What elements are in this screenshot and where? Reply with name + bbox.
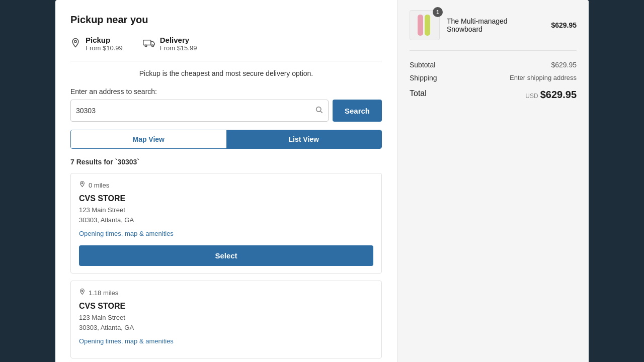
page-title: Pickup near you (70, 14, 382, 26)
location-icon-1 (79, 180, 86, 190)
subtotal-label: Subtotal (410, 61, 435, 69)
delivery-option-price: From $15.99 (160, 44, 197, 52)
delivery-option[interactable]: Delivery From $15.99 (143, 36, 197, 52)
pickup-option-name: Pickup (86, 36, 123, 44)
svg-rect-1 (143, 40, 150, 45)
shipping-row: Shipping Enter shipping address (410, 74, 577, 82)
svg-point-2 (145, 45, 147, 47)
address-label: Enter an address to search: (70, 87, 382, 96)
search-magnifier-icon (315, 106, 323, 116)
pickup-icon (70, 38, 80, 50)
search-row: Search (70, 100, 382, 122)
right-panel: 1 The Multi-managed Snowboard $629.95 Su… (397, 0, 589, 362)
store-1-select-button[interactable]: Select (79, 245, 373, 266)
subtotal-row: Subtotal $629.95 (410, 61, 577, 69)
pickup-option[interactable]: Pickup From $10.99 (70, 36, 123, 52)
pickup-option-price: From $10.99 (86, 44, 123, 52)
store-2-name: CVS STORE (79, 302, 373, 311)
location-icon-2 (79, 288, 86, 298)
pickup-note: Pickup is the cheapest and most secure d… (70, 69, 382, 77)
store-2-distance: 1.18 miles (79, 288, 373, 298)
svg-point-7 (82, 290, 83, 292)
store-1-address: 123 Main Street 30303, Atlanta, GA (79, 205, 373, 225)
svg-point-0 (74, 40, 76, 42)
search-button[interactable]: Search (333, 100, 382, 122)
shipping-options: Pickup From $10.99 Delivery From $15.99 (70, 36, 382, 61)
item-quantity-badge: 1 (433, 7, 443, 17)
svg-point-6 (82, 183, 83, 184)
shipping-label: Shipping (410, 74, 437, 82)
delivery-icon (143, 38, 155, 50)
main-container: Pickup near you Pickup From $10.99 (55, 0, 589, 362)
delivery-option-name: Delivery (160, 36, 197, 44)
search-input[interactable] (76, 102, 315, 120)
product-name: The Multi-managed Snowboard (447, 17, 544, 33)
total-price-group: USD $629.95 (525, 89, 577, 101)
order-item: 1 The Multi-managed Snowboard $629.95 (410, 10, 577, 51)
subtotal-value: $629.95 (551, 61, 577, 69)
product-price: $629.95 (551, 21, 577, 29)
map-view-button[interactable]: Map View (71, 130, 226, 148)
product-image-wrapper: 1 (410, 10, 440, 40)
currency-label: USD (525, 93, 538, 100)
store-1-name: CVS STORE (79, 194, 373, 203)
store-2-link[interactable]: Opening times, map & amenities (79, 337, 174, 345)
store-card-1: 0 miles CVS STORE 123 Main Street 30303,… (70, 173, 382, 274)
search-input-wrapper (70, 100, 329, 122)
list-view-button[interactable]: List View (226, 130, 382, 148)
store-1-distance: 0 miles (79, 180, 373, 190)
total-label: Total (410, 89, 427, 101)
svg-rect-9 (425, 15, 430, 36)
svg-rect-8 (418, 15, 423, 36)
svg-point-4 (316, 107, 321, 112)
total-amount: $629.95 (540, 89, 577, 101)
results-count: 7 Results for `30303` (70, 158, 382, 166)
store-2-address: 123 Main Street 30303, Atlanta, GA (79, 313, 373, 332)
left-panel: Pickup near you Pickup From $10.99 (55, 0, 397, 362)
store-card-2: 1.18 miles CVS STORE 123 Main Street 303… (70, 281, 382, 358)
order-summary: Subtotal $629.95 Shipping Enter shipping… (410, 61, 577, 101)
svg-line-5 (320, 111, 323, 113)
shipping-value: Enter shipping address (510, 74, 577, 82)
total-row: Total USD $629.95 (410, 89, 577, 101)
svg-point-3 (151, 45, 153, 47)
store-1-link[interactable]: Opening times, map & amenities (79, 230, 174, 237)
view-toggle: Map View List View (70, 130, 382, 149)
